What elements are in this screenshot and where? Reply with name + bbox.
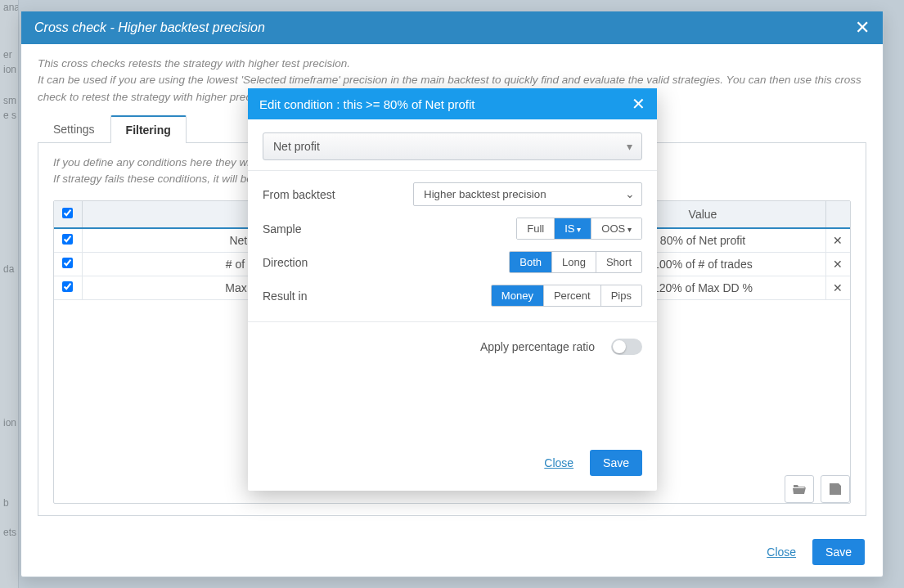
result-pips[interactable]: Pips xyxy=(601,285,641,306)
column-header-checkbox[interactable] xyxy=(54,201,82,228)
sample-label: Sample xyxy=(263,222,385,236)
delete-row-icon[interactable]: ✕ xyxy=(825,253,850,276)
sample-oos[interactable]: OOS xyxy=(591,218,641,239)
direction-long[interactable]: Long xyxy=(552,252,596,272)
direction-label: Direction xyxy=(263,256,385,269)
inner-close-button[interactable]: Close xyxy=(544,456,573,469)
row-checkbox[interactable] xyxy=(62,258,73,268)
folder-open-icon[interactable] xyxy=(785,475,814,503)
result-segmented: Money Percent Pips xyxy=(491,285,642,307)
row-checkbox[interactable] xyxy=(62,281,73,292)
metric-select[interactable]: Net profit xyxy=(263,132,642,160)
inner-modal-footer: Close Save xyxy=(248,440,657,491)
edit-condition-modal: Edit condition : this >= 80% of Net prof… xyxy=(248,88,657,491)
row-checkbox[interactable] xyxy=(62,234,73,245)
inner-modal-title: Edit condition : this >= 80% of Net prof… xyxy=(259,97,474,111)
from-backtest-label: From backtest xyxy=(263,188,385,201)
select-all-checkbox[interactable] xyxy=(62,208,73,218)
sample-segmented: Full IS OOS xyxy=(516,218,642,240)
inner-modal-header: Edit condition : this >= 80% of Net prof… xyxy=(248,88,657,119)
tab-filtering[interactable]: Filtering xyxy=(110,115,187,143)
apply-ratio-label: Apply percentage ratio xyxy=(480,340,595,353)
result-in-label: Result in xyxy=(263,290,385,303)
save-disk-icon[interactable] xyxy=(821,475,850,503)
direction-short[interactable]: Short xyxy=(596,252,641,272)
sample-is[interactable]: IS xyxy=(555,218,591,239)
apply-ratio-toggle[interactable] xyxy=(611,339,642,355)
modal-footer: Close Save xyxy=(21,527,883,577)
result-money[interactable]: Money xyxy=(492,285,544,306)
column-header-actions xyxy=(825,201,850,228)
close-icon[interactable]: ✕ xyxy=(632,96,645,112)
delete-row-icon[interactable]: ✕ xyxy=(825,228,850,253)
tab-settings[interactable]: Settings xyxy=(38,115,110,142)
sample-full[interactable]: Full xyxy=(517,218,555,239)
result-percent[interactable]: Percent xyxy=(544,285,601,306)
delete-row-icon[interactable]: ✕ xyxy=(825,276,850,300)
inner-save-button[interactable]: Save xyxy=(590,450,642,476)
save-button[interactable]: Save xyxy=(812,539,865,565)
close-button[interactable]: Close xyxy=(767,545,796,559)
modal-header: Cross check - Higher backtest precision … xyxy=(21,11,883,44)
close-icon[interactable]: ✕ xyxy=(855,19,870,37)
modal-title: Cross check - Higher backtest precision xyxy=(34,20,265,35)
direction-segmented: Both Long Short xyxy=(509,251,642,273)
from-backtest-select[interactable]: Higher backtest precision xyxy=(413,182,642,206)
direction-both[interactable]: Both xyxy=(510,252,552,272)
